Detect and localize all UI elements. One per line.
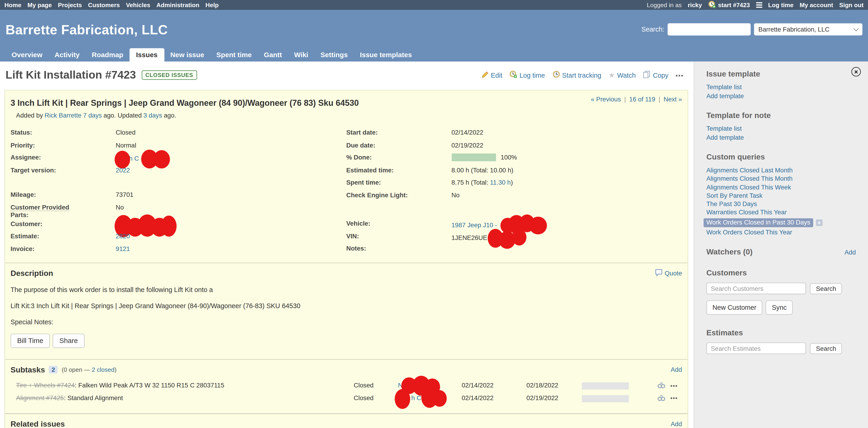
search-customers-button[interactable]: Search [810,283,842,294]
issue-template-heading: Issue template [706,69,856,78]
previous-issue-link[interactable]: « Previous [591,96,621,103]
new-customer-button[interactable]: New Customer [706,301,763,315]
tab-activity[interactable]: Activity [49,48,86,61]
estimate-link[interactable]: 2820 [116,233,130,239]
unlink-subtask-icon[interactable] [657,394,665,402]
added-ago-link[interactable]: 7 days [83,112,102,119]
due-date-label: Due date: [346,141,452,149]
add-watcher-link[interactable]: Add [844,249,856,256]
updated-ago-link[interactable]: 3 days [144,112,162,119]
query-link[interactable]: Alignments Closed This Week [706,184,856,191]
close-sidebar-icon[interactable]: × [851,67,861,77]
tab-wiki[interactable]: Wiki [288,48,314,61]
topmenu-log-time[interactable]: Log time [768,2,794,8]
topmenu-home[interactable]: Home [4,2,21,8]
topmenu-sign-out[interactable]: Sign out [839,2,864,8]
tab-spent-time[interactable]: Spent time [210,48,258,61]
search-estimates-button[interactable]: Search [810,343,842,354]
timer-menu-icon[interactable] [756,1,762,9]
tab-issue-templates[interactable]: Issue templates [354,48,418,61]
tab-settings[interactable]: Settings [314,48,354,61]
byline-suffix: ago. [164,112,176,119]
search-estimates-input[interactable] [706,343,806,354]
topmenu-projects[interactable]: Projects [58,2,82,8]
log-time-button[interactable]: Log time [509,70,545,80]
watch-button[interactable]: ★ Watch [609,71,636,79]
bill-time-button[interactable]: Bill Time [10,334,50,348]
subtask-more-actions[interactable]: ••• [671,395,678,401]
project-selector[interactable]: Barrette Fabrication, LLC [754,23,863,35]
subtask-link[interactable]: Tire + Wheels #7424 [16,382,75,389]
add-subtask-link[interactable]: Add [671,366,682,373]
sync-button[interactable]: Sync [766,301,793,315]
quote-button[interactable]: Quote [655,269,682,278]
copy-button[interactable]: Copy [643,70,669,80]
vehicle-link[interactable]: 1987 Jeep J10 - [452,222,497,228]
topmenu-my-account[interactable]: My account [800,2,833,8]
topmenu-vehicles[interactable]: Vehicles [126,2,150,8]
author-link[interactable]: Rick Barrette [45,112,82,119]
topmenu-help[interactable]: Help [205,2,218,8]
attr-estimate: Estimate: 2820 [10,232,346,245]
quote-bubble-icon [655,269,663,278]
tab-overview[interactable]: Overview [5,48,49,61]
tab-gantt[interactable]: Gantt [258,48,288,61]
target-version-label: Target version: [10,166,116,174]
add-related-issue-link[interactable]: Add [671,421,682,427]
tab-new-issue[interactable]: New issue [164,48,210,61]
byline-prefix: Added by [16,112,43,119]
subtask-due-date: 02/18/2022 [527,382,558,389]
template-list-link[interactable]: Template list [706,84,856,91]
query-link-selected[interactable]: Work Orders Closed in Past 30 Days [704,218,813,227]
share-button[interactable]: Share [53,334,85,348]
next-issue-link[interactable]: Next » [663,96,682,103]
watch-label: Watch [617,71,636,79]
query-link[interactable]: Sort By Parent Task [706,192,856,200]
watchers-heading: Watchers (0) [706,247,753,256]
remove-query-icon[interactable]: × [816,220,823,226]
query-link[interactable]: The Past 30 Days [706,201,856,208]
topmenu-my-page[interactable]: My page [27,2,52,8]
tab-roadmap[interactable]: Roadmap [86,48,129,61]
mileage-value: 73701 [116,191,133,198]
total-spent-time-link[interactable]: 11.30 h [490,179,511,186]
search-input[interactable] [668,23,751,35]
pagination-separator: | [624,96,626,103]
edit-button[interactable]: Edit [482,71,502,80]
closed-subtasks-link[interactable]: 2 closed [92,366,115,373]
subtask-row: Tire + Wheels #7424: Falken Wild Peak A/… [10,381,682,393]
subtasks-heading: Subtasks [10,365,45,374]
add-template-link[interactable]: Add template [706,92,856,99]
query-link[interactable]: Alignments Closed This Month [706,175,856,182]
note-template-list-link[interactable]: Template list [706,125,856,133]
logged-in-user-link[interactable]: ricky [688,2,702,8]
vin-label: VIN: [346,232,452,240]
issue-title-row: Lift Kit Installation #7423 CLOSED ISSUE… [0,61,694,86]
related-issues-header: Related issues Add [10,420,682,428]
priority-value: Normal [116,141,136,149]
note-add-template-link[interactable]: Add template [706,134,856,141]
mileage-label: Mileage: [10,191,116,198]
subtask-more-actions[interactable]: ••• [671,382,678,389]
start-timer-link[interactable]: start #7423 [708,0,750,9]
attr-spent-time: Spent time: 8.75 h (Total: 11.30 h) [346,178,682,191]
tab-issues[interactable]: Issues [129,48,164,61]
query-link[interactable]: Alignments Closed Last Month [706,167,856,174]
topmenu-administration[interactable]: Administration [156,2,199,8]
edit-label: Edit [491,71,502,79]
invoice-link[interactable]: 9121 [116,245,130,252]
start-tracking-button[interactable]: Start tracking [552,70,601,80]
query-link[interactable]: Work Orders Closed This Year [706,229,856,236]
attr-check-engine-light: Check Engine Light: No [346,191,682,203]
query-link[interactable]: Warranties Closed This Year [706,209,856,217]
topmenu-customers[interactable]: Customers [88,2,120,8]
status-badge: CLOSED ISSUES [142,70,197,80]
search-customers-input[interactable] [706,283,806,294]
unlink-subtask-icon[interactable] [657,381,665,390]
subtasks-summary: (0 open — 2 closed) [62,366,117,373]
content: Lift Kit Installation #7423 CLOSED ISSUE… [0,61,868,428]
target-version-link[interactable]: 2022 [116,167,130,173]
more-actions-button[interactable]: ••• [676,72,684,78]
subtask-link[interactable]: Alignment #7425 [16,394,64,401]
estimate-label: Estimate: [10,232,116,240]
